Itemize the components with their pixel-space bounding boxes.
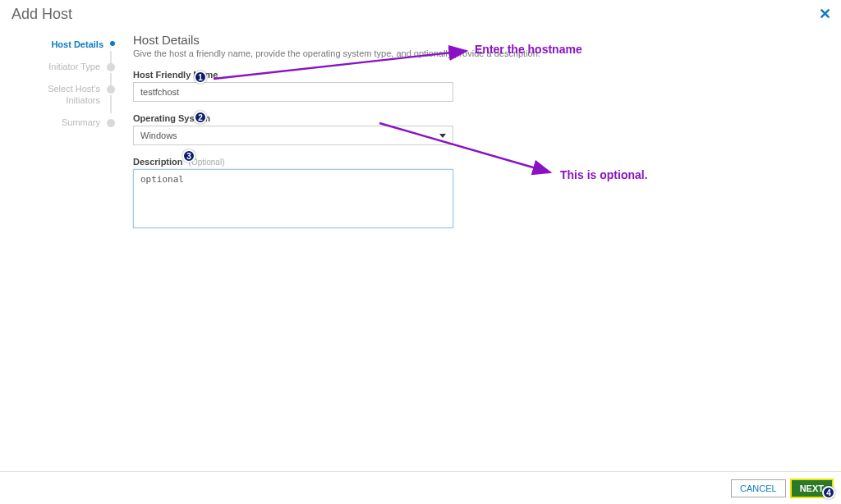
cancel-button[interactable]: CANCEL — [731, 479, 786, 497]
step-label: Initiator Type — [48, 62, 107, 72]
step-initiator-type[interactable]: Initiator Type — [0, 62, 115, 72]
annotation-optional-text: This is optional. — [560, 168, 648, 181]
description-textarea[interactable] — [133, 169, 453, 228]
annotation-badge-3: 3 — [182, 149, 195, 163]
annotation-badge-1: 1 — [194, 71, 207, 84]
step-dot-icon — [107, 85, 115, 94]
dialog-title: Add Host — [11, 6, 72, 23]
step-dot-icon — [107, 119, 115, 127]
step-dot-icon — [107, 63, 115, 71]
host-name-label: Host Friendly Name — [133, 70, 825, 80]
field-host-name: Host Friendly Name — [133, 70, 825, 102]
step-label: Summary — [62, 117, 107, 128]
os-selected-value: Windows — [140, 131, 177, 140]
description-label: Description (Optional) — [133, 157, 825, 167]
caret-down-icon — [439, 134, 446, 138]
os-select[interactable]: Windows — [133, 126, 453, 145]
dialog-content: Host Details Initiator Type Select Host'… — [0, 26, 841, 461]
os-label: Operating System — [133, 113, 825, 123]
field-operating-system: Operating System Windows — [133, 113, 825, 145]
wizard-steps: Host Details Initiator Type Select Host'… — [0, 26, 115, 461]
description-label-text: Description — [133, 157, 183, 167]
close-icon[interactable]: ✕ — [819, 5, 831, 23]
annotation-badge-4: 4 — [822, 486, 835, 499]
step-connector — [110, 95, 112, 113]
step-summary[interactable]: Summary — [0, 117, 115, 128]
annotation-badge-2: 2 — [194, 111, 207, 124]
field-description: Description (Optional) — [133, 157, 825, 231]
step-label: Host Details — [51, 39, 110, 50]
step-select-initiators[interactable]: Select Host's Initiators — [0, 84, 115, 105]
dialog-footer: CANCEL NEXT — [0, 471, 841, 504]
step-label: Select Host's Initiators — [33, 84, 107, 105]
step-dot-icon — [110, 41, 115, 46]
host-name-input[interactable] — [133, 82, 453, 102]
dialog-header: Add Host ✕ — [0, 0, 841, 26]
step-host-details[interactable]: Host Details — [0, 39, 115, 50]
annotation-hostname-text: Enter the hostname — [475, 43, 582, 56]
form-area: Host Details Give the host a friendly na… — [115, 26, 841, 461]
